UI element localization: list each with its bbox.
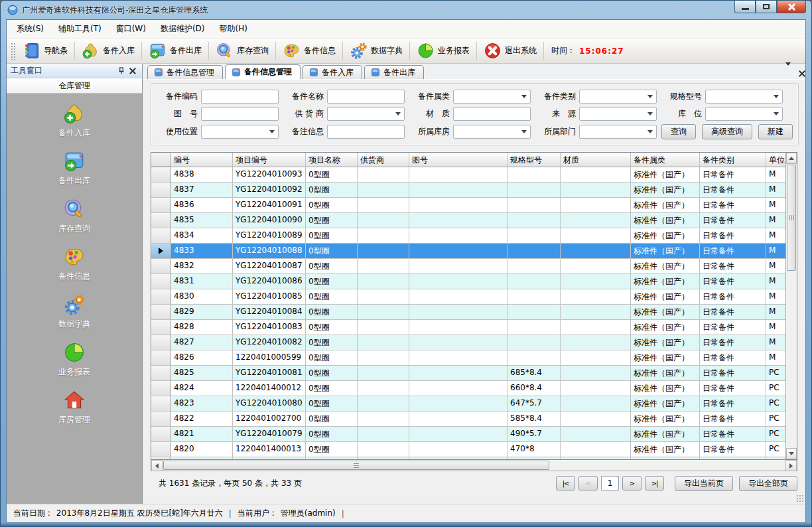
column-header[interactable]: 材质: [561, 153, 631, 167]
new-button[interactable]: 新建: [758, 124, 793, 139]
prev-page-button[interactable]: <: [578, 476, 598, 490]
row-selector[interactable]: [151, 259, 171, 274]
tab-2[interactable]: 备件信息管理: [225, 64, 301, 79]
combobox-input[interactable]: [579, 90, 657, 104]
row-selector[interactable]: [151, 350, 171, 366]
scroll-right-button[interactable]: [785, 460, 797, 471]
row-selector[interactable]: [151, 274, 171, 289]
column-header[interactable]: 规格型号: [508, 153, 561, 167]
row-selector[interactable]: [151, 366, 171, 381]
vertical-scrollbar[interactable]: [785, 153, 797, 459]
text-input[interactable]: [201, 90, 279, 104]
row-selector[interactable]: [151, 198, 171, 213]
table-row[interactable]: 4830YG122040100850型圈标准件（国产）日常备件M: [151, 289, 785, 305]
toolbar-bag-in-button[interactable]: 备件入库: [77, 39, 139, 62]
last-page-button[interactable]: >|: [645, 476, 664, 490]
table-row[interactable]: 482412204014000120型圈660*8.4标准件（国产）日常备件PC: [151, 381, 785, 396]
toolbar-nav-book-button[interactable]: 导航条: [18, 39, 72, 62]
menu-item-2[interactable]: 辅助工具(T): [51, 20, 109, 38]
row-selector[interactable]: [151, 396, 171, 412]
column-header[interactable]: 项目名称: [306, 153, 358, 167]
row-selector[interactable]: [151, 244, 171, 259]
row-selector[interactable]: [151, 381, 171, 396]
vertical-scroll-thumb[interactable]: [787, 165, 796, 271]
toolbar-grip[interactable]: [11, 42, 15, 60]
text-input[interactable]: [327, 90, 405, 104]
row-selector[interactable]: [151, 320, 171, 335]
table-row[interactable]: 4829YG122040100840型圈标准件（国产）日常备件M: [151, 305, 785, 320]
advanced-search-button[interactable]: 高级查询: [702, 124, 752, 139]
combobox-input[interactable]: [453, 90, 531, 104]
table-row[interactable]: 4837YG122040100920型圈标准件（国产）日常备件M: [151, 183, 785, 198]
menu-item-4[interactable]: 数据维护(D): [153, 20, 212, 38]
tab-3[interactable]: 备件入库: [303, 65, 362, 79]
column-header[interactable]: 备件类别: [700, 153, 766, 167]
toolbar-gears-button[interactable]: 数据字典: [345, 39, 407, 62]
table-row[interactable]: 4835YG122040100900型圈标准件（国产）日常备件M: [151, 213, 785, 228]
table-row[interactable]: 4833YG122040100880型圈标准件（国产）日常备件M: [151, 244, 785, 259]
combobox-input[interactable]: [705, 107, 783, 121]
row-selector[interactable]: [151, 289, 171, 305]
text-input[interactable]: [201, 107, 279, 121]
column-header[interactable]: 项目编号: [233, 153, 306, 167]
first-page-button[interactable]: |<: [556, 476, 575, 490]
sidebar-item-stock-search[interactable]: 库存查询: [7, 198, 142, 234]
table-row[interactable]: 4836YG122040100910型圈标准件（国产）日常备件M: [151, 198, 785, 213]
sidebar-item-bag-in[interactable]: 备件入库: [7, 102, 142, 139]
menu-item-5[interactable]: 帮助(H): [212, 20, 255, 38]
combobox-input[interactable]: [327, 107, 405, 121]
row-selector[interactable]: [151, 427, 171, 442]
toolbar-palette-button[interactable]: 备件信息: [278, 39, 340, 62]
vertical-scroll-track[interactable]: [786, 271, 797, 448]
row-selector[interactable]: [151, 305, 171, 320]
row-selector[interactable]: [151, 442, 171, 457]
combobox-input[interactable]: [579, 107, 657, 121]
row-selector[interactable]: [151, 228, 171, 244]
horizontal-scrollbar[interactable]: [151, 460, 797, 471]
table-row[interactable]: 4832YG122040100870型圈标准件（国产）日常备件M: [151, 259, 785, 274]
page-number-input[interactable]: 1: [601, 476, 619, 490]
column-header[interactable]: [151, 153, 171, 167]
minimize-button[interactable]: [734, 1, 756, 13]
table-row[interactable]: 4828YG122040100830型圈标准件（国产）日常备件M: [151, 320, 785, 335]
combobox-input[interactable]: [579, 125, 657, 139]
sidebar-item-gears[interactable]: 数据字典: [7, 293, 142, 330]
menu-item-1[interactable]: 系统(S): [9, 20, 51, 38]
maximize-button[interactable]: [756, 1, 777, 13]
export-all-pages-button[interactable]: 导出全部页: [739, 476, 797, 491]
table-row[interactable]: 4834YG122040100890型圈标准件（国产）日常备件M: [151, 228, 785, 244]
row-selector[interactable]: [151, 213, 171, 228]
text-input[interactable]: [453, 107, 531, 121]
sidebar-close-icon[interactable]: [127, 66, 138, 76]
table-row[interactable]: 4831YG122040100860型圈标准件（国产）日常备件M: [151, 274, 785, 289]
menu-item-3[interactable]: 窗口(W): [109, 20, 153, 38]
row-selector[interactable]: [151, 167, 171, 183]
next-page-button[interactable]: >: [622, 476, 642, 490]
combobox-input[interactable]: [201, 125, 279, 139]
scroll-up-button[interactable]: [786, 153, 797, 164]
export-current-page-button[interactable]: 导出当前页: [675, 476, 733, 491]
sidebar-item-palette[interactable]: 备件信息: [7, 246, 142, 282]
column-header[interactable]: 供货商: [358, 153, 409, 167]
toolbar-window-out-button[interactable]: 备件出库: [144, 39, 206, 62]
column-header[interactable]: 备件属类: [631, 153, 700, 167]
table-row[interactable]: 482012204014000130型圈470*8标准件（国产）日常备件PC: [151, 442, 785, 457]
column-header[interactable]: 单位: [766, 153, 785, 167]
table-row[interactable]: 4823YG122040100800型圈647*5.7标准件（国产）日常备件PC: [151, 396, 785, 412]
sidebar-item-pie-chart[interactable]: 业务报表: [7, 341, 142, 378]
table-row[interactable]: 482612204010005990型圈标准件（国产）日常备件M: [151, 350, 785, 366]
column-header[interactable]: 编号: [171, 153, 233, 167]
row-selector[interactable]: [151, 183, 171, 198]
table-row[interactable]: 4821YG122040100790型圈490*5.7标准件（国产）日常备件PC: [151, 427, 785, 442]
column-header[interactable]: 图号: [409, 153, 508, 167]
table-row[interactable]: 482212204010027000型圈585*8.4标准件（国产）日常备件PC: [151, 412, 785, 427]
toolbar-stock-search-button[interactable]: 库存查询: [211, 39, 273, 62]
resize-grip[interactable]: [796, 494, 804, 502]
table-row[interactable]: 4827YG122040100820型圈标准件（国产）日常备件M: [151, 335, 785, 350]
sidebar-item-home[interactable]: 库房管理: [7, 389, 142, 425]
toolbar-exit-button[interactable]: 退出系统: [479, 39, 541, 62]
toolbar-pie-chart-button[interactable]: 业务报表: [412, 39, 474, 62]
pin-icon[interactable]: [115, 66, 127, 76]
search-button[interactable]: 查询: [661, 124, 696, 139]
horizontal-scroll-thumb[interactable]: [163, 461, 549, 470]
